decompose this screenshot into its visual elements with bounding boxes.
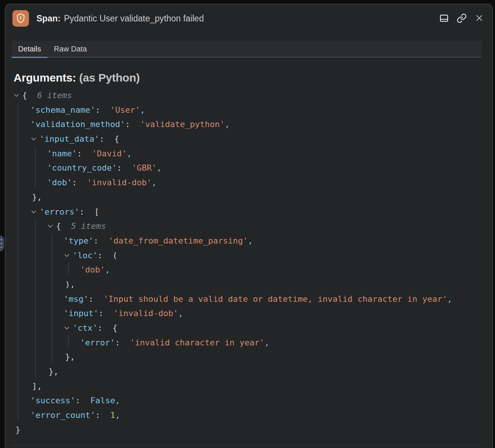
token-punct: },	[49, 367, 59, 376]
grip-dots-icon	[1, 239, 2, 248]
arguments-heading-label: Arguments:	[14, 71, 76, 84]
tree-line: 'validation_method': 'validate_python',	[5, 117, 492, 132]
token-str: 'date_from_datetime_parsing'	[108, 236, 248, 245]
token-key: 'success'	[30, 396, 75, 405]
indent-guide	[35, 147, 36, 188]
token-str: 'invalid-dob'	[113, 309, 178, 318]
token-comma: ,	[140, 105, 145, 115]
tree-line: 'input_data': {	[5, 132, 492, 147]
token-comma: ,	[127, 149, 132, 158]
tree-line: 'name': 'David',	[5, 147, 492, 161]
token-key: 'error'	[80, 338, 115, 347]
token-comma: ,	[178, 309, 183, 318]
tree-line: ),	[5, 277, 492, 292]
tree-line: 'type': 'date_from_datetime_parsing',	[5, 234, 492, 248]
token-key: 'msg'	[64, 294, 88, 304]
token-punct: :	[95, 410, 110, 420]
token-punct: },	[65, 352, 75, 362]
chevron-down-icon[interactable]	[14, 92, 19, 97]
tab-raw-data[interactable]: Raw Data	[47, 41, 93, 57]
tree-line: 'dob',	[5, 263, 492, 277]
shield-alert-icon	[12, 10, 29, 27]
tab-bar: Details Raw Data	[12, 41, 482, 58]
token-punct: :	[77, 149, 92, 158]
token-comma: ,	[115, 410, 120, 420]
token-key: 'errors'	[39, 207, 79, 216]
tree-line: { 6 items	[5, 88, 492, 103]
indent-guide	[18, 103, 18, 421]
tree-line: 'error': 'invalid character in year',	[5, 336, 492, 350]
tree-line: 'loc': (	[5, 248, 492, 263]
token-key: 'country_code'	[47, 163, 117, 173]
token-key: 'input_data'	[39, 134, 99, 144]
tree-line: 'ctx': {	[5, 321, 492, 336]
span-label: Span:	[36, 14, 61, 23]
token-punct: : [	[79, 207, 99, 216]
indent-guide	[68, 336, 69, 348]
tree-line: 'msg': 'Input should be a valid date or …	[5, 292, 492, 307]
tree-line: 'success': False,	[5, 394, 492, 408]
chevron-down-icon[interactable]	[31, 136, 36, 141]
token-punct: {	[56, 221, 71, 231]
tree-line: { 5 items	[5, 219, 492, 234]
token-punct: {	[22, 91, 37, 100]
token-str: 'validate_python'	[140, 120, 225, 129]
chevron-down-icon[interactable]	[48, 223, 53, 228]
tree-line: 'error_count': 1,	[5, 408, 492, 423]
arguments-heading-suffix: (as Python)	[79, 71, 140, 84]
token-punct: : {	[97, 323, 117, 333]
tab-details[interactable]: Details	[12, 41, 47, 57]
token-punct: :	[95, 105, 110, 115]
tree-line: 'country_code': 'GBR',	[5, 161, 492, 176]
token-key: 'error_count'	[30, 410, 95, 420]
token-key: 'type'	[64, 236, 93, 245]
token-items: 5 items	[71, 221, 106, 231]
close-button[interactable]	[474, 12, 485, 24]
token-punct: :	[99, 309, 114, 318]
token-str: 'GBR'	[132, 163, 156, 173]
token-str: 'invalid-dob'	[87, 178, 152, 187]
dock-to-bottom-button[interactable]	[438, 12, 449, 24]
token-comma: ,	[105, 265, 110, 274]
token-str: 'User'	[110, 105, 140, 115]
tree-line: },	[5, 350, 492, 365]
token-comma: ,	[152, 178, 156, 187]
token-key: 'name'	[47, 149, 77, 158]
token-num: 1	[110, 410, 115, 420]
token-punct: :	[115, 338, 130, 347]
tab-details-label: Details	[18, 45, 41, 53]
token-comma: ,	[447, 294, 452, 304]
dock-bottom-icon	[439, 13, 449, 23]
token-items: 6 items	[37, 91, 72, 100]
chevron-down-icon[interactable]	[64, 325, 69, 330]
token-punct: :	[93, 236, 108, 245]
token-punct: :	[72, 178, 87, 187]
token-punct: ],	[32, 381, 42, 391]
token-punct: :	[125, 120, 140, 129]
token-comma: ,	[248, 236, 253, 245]
token-punct: :	[117, 163, 132, 173]
panel-drag-handle[interactable]	[0, 235, 4, 251]
indent-guide	[68, 263, 69, 275]
link-icon	[457, 13, 467, 23]
tree-line: ],	[5, 379, 492, 394]
token-comma: ,	[225, 120, 230, 129]
copy-link-button[interactable]	[456, 12, 467, 24]
token-str: 'David'	[92, 149, 127, 158]
token-key: 'validation_method'	[30, 120, 125, 129]
bottom-divider	[12, 445, 482, 445]
tab-raw-data-label: Raw Data	[54, 45, 87, 53]
token-key: 'input'	[64, 309, 99, 318]
tree-line: },	[5, 190, 492, 205]
chevron-down-icon[interactable]	[31, 209, 36, 213]
tree-line: 'schema_name': 'User',	[5, 103, 492, 118]
arguments-tree: { 6 items'schema_name': 'User','validati…	[5, 88, 492, 437]
token-comma: ,	[115, 396, 120, 405]
chevron-down-icon[interactable]	[64, 252, 69, 257]
page-title: Span:Pydantic User validate_python faile…	[36, 13, 204, 24]
close-icon	[474, 13, 484, 23]
span-title-text: Pydantic User validate_python failed	[64, 14, 204, 23]
token-punct: }	[15, 425, 20, 434]
token-str: 'dob'	[80, 265, 105, 274]
span-detail-panel: Span:Pydantic User validate_python faile…	[5, 4, 493, 448]
